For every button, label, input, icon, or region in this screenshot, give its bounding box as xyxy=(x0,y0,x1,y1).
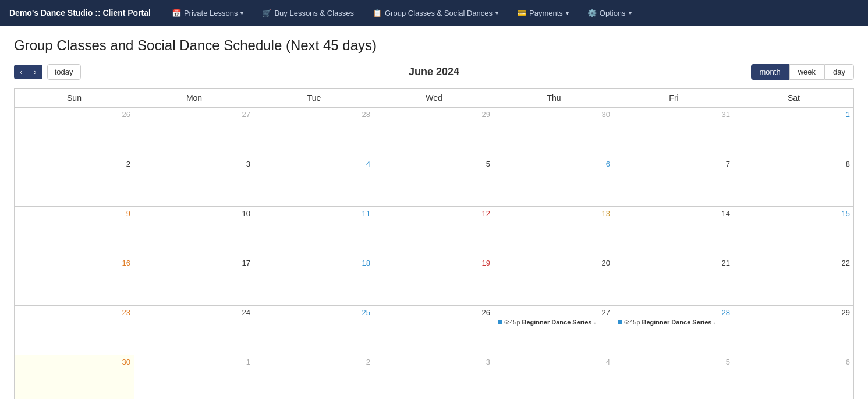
credit-card-icon: 💳 xyxy=(517,9,526,17)
calendar-day-cell[interactable]: 29 xyxy=(734,306,854,355)
day-number: 1 xyxy=(738,110,850,119)
header-wed: Wed xyxy=(374,89,494,108)
nav-private-lessons[interactable]: 📅 Private Lessons ▾ xyxy=(168,6,247,20)
calendar-day-cell[interactable]: 3 xyxy=(374,355,494,400)
calendar-day-cell[interactable]: 276:45pBeginner Dance Series - xyxy=(494,306,614,355)
calendar-day-cell[interactable]: 27 xyxy=(134,108,254,157)
calendar-week-row: 23242526276:45pBeginner Dance Series -28… xyxy=(15,306,854,355)
header-fri: Fri xyxy=(614,89,734,108)
page-content: Group Classes and Social Dance Schedule … xyxy=(0,26,868,399)
calendar-day-cell[interactable]: 9 xyxy=(15,207,134,256)
calendar-day-cell[interactable]: 8 xyxy=(734,157,854,207)
day-number: 8 xyxy=(738,160,850,168)
calendar-day-cell[interactable]: 3 xyxy=(134,157,254,207)
calendar-day-cell[interactable]: 29 xyxy=(374,108,494,157)
calendar-day-cell[interactable]: 14 xyxy=(614,207,734,256)
next-button[interactable]: › xyxy=(28,65,42,79)
day-number: 29 xyxy=(738,308,850,317)
calendar-controls: ‹ › today June 2024 month week day xyxy=(14,64,854,80)
calendar-day-cell[interactable]: 21 xyxy=(614,256,734,306)
header-mon: Mon xyxy=(134,89,254,108)
calendar-icon: 📅 xyxy=(172,9,181,17)
calendar-day-cell[interactable]: 4 xyxy=(254,157,374,207)
event-item[interactable]: 6:45pBeginner Dance Series - xyxy=(618,318,730,326)
nav-options-label: Options xyxy=(600,9,626,17)
day-number: 30 xyxy=(18,358,130,366)
calendar-day-cell[interactable]: 286:45pBeginner Dance Series - xyxy=(614,306,734,355)
nav-group-classes-label: Group Classes & Social Dances xyxy=(385,9,493,17)
day-number: 22 xyxy=(738,259,850,267)
calendar-day-cell[interactable]: 5 xyxy=(614,355,734,400)
today-button[interactable]: today xyxy=(47,64,81,80)
calendar-day-cell[interactable]: 1 xyxy=(134,355,254,400)
event-time: 6:45p xyxy=(504,318,520,326)
day-number: 14 xyxy=(618,209,730,218)
nav-options[interactable]: ⚙️ Options ▾ xyxy=(584,6,635,20)
day-number: 24 xyxy=(138,308,250,317)
calendar-day-cell[interactable]: 23 xyxy=(15,306,134,355)
calendar-day-cell[interactable]: 4 xyxy=(494,355,614,400)
calendar-day-cell[interactable]: 19 xyxy=(374,256,494,306)
calendar-day-cell[interactable]: 22 xyxy=(734,256,854,306)
calendar-day-cell[interactable]: 26 xyxy=(374,306,494,355)
calendar-grid: Sun Mon Tue Wed Thu Fri Sat 262728293031… xyxy=(14,88,854,399)
nav-buy-lessons-label: Buy Lessons & Classes xyxy=(274,9,354,17)
day-number: 26 xyxy=(18,110,130,119)
navbar: Demo's Dance Studio :: Client Portal 📅 P… xyxy=(0,0,868,26)
calendar-day-cell[interactable]: 15 xyxy=(734,207,854,256)
calendar-day-cell[interactable]: 30 xyxy=(494,108,614,157)
nav-btn-group: ‹ › xyxy=(14,65,42,79)
day-number: 6 xyxy=(738,358,850,366)
day-number: 23 xyxy=(18,308,130,317)
week-view-button[interactable]: week xyxy=(789,64,824,80)
event-title: Beginner Dance Series - xyxy=(522,318,596,326)
calendar-day-cell[interactable]: 1 xyxy=(734,108,854,157)
day-number: 18 xyxy=(258,259,370,267)
month-view-button[interactable]: month xyxy=(751,64,789,80)
calendar-day-cell[interactable]: 7 xyxy=(614,157,734,207)
nav-group-classes[interactable]: 📋 Group Classes & Social Dances ▾ xyxy=(369,6,502,20)
day-number: 28 xyxy=(258,110,370,119)
calendar-day-cell[interactable]: 18 xyxy=(254,256,374,306)
day-number: 12 xyxy=(378,209,490,218)
calendar-week-row: 2627282930311 xyxy=(15,108,854,157)
nav-private-lessons-label: Private Lessons xyxy=(184,9,238,17)
chevron-down-icon-4: ▾ xyxy=(629,10,632,16)
calendar-day-cell[interactable]: 28 xyxy=(254,108,374,157)
day-number: 3 xyxy=(378,358,490,366)
chevron-down-icon: ▾ xyxy=(240,10,243,16)
nav-buy-lessons[interactable]: 🛒 Buy Lessons & Classes xyxy=(258,6,357,20)
nav-payments[interactable]: 💳 Payments ▾ xyxy=(513,6,572,20)
calendar-day-cell[interactable]: 2 xyxy=(15,157,134,207)
calendar-day-cell[interactable]: 26 xyxy=(15,108,134,157)
day-number: 30 xyxy=(498,110,610,119)
calendar-day-cell[interactable]: 16 xyxy=(15,256,134,306)
calendar-day-cell[interactable]: 24 xyxy=(134,306,254,355)
clipboard-icon: 📋 xyxy=(373,9,382,17)
calendar-day-cell[interactable]: 11 xyxy=(254,207,374,256)
calendar-day-cell[interactable]: 2 xyxy=(254,355,374,400)
header-tue: Tue xyxy=(254,89,374,108)
prev-button[interactable]: ‹ xyxy=(14,65,28,79)
calendar-day-cell[interactable]: 17 xyxy=(134,256,254,306)
day-view-button[interactable]: day xyxy=(824,64,854,80)
calendar-day-cell[interactable]: 13 xyxy=(494,207,614,256)
event-dot-icon xyxy=(618,320,622,324)
chevron-down-icon-2: ▾ xyxy=(495,10,498,16)
calendar-day-cell[interactable]: 10 xyxy=(134,207,254,256)
calendar-day-cell[interactable]: 30 xyxy=(15,355,134,400)
day-number: 28 xyxy=(618,308,730,317)
header-sun: Sun xyxy=(15,89,134,108)
calendar-day-cell[interactable]: 6 xyxy=(734,355,854,400)
day-number: 3 xyxy=(138,160,250,168)
calendar-day-cell[interactable]: 20 xyxy=(494,256,614,306)
calendar-day-cell[interactable]: 31 xyxy=(614,108,734,157)
calendar-day-cell[interactable]: 25 xyxy=(254,306,374,355)
calendar-day-cell[interactable]: 12 xyxy=(374,207,494,256)
day-number: 5 xyxy=(618,358,730,366)
day-number: 20 xyxy=(498,259,610,267)
calendar-day-cell[interactable]: 5 xyxy=(374,157,494,207)
cart-icon: 🛒 xyxy=(262,9,271,17)
calendar-day-cell[interactable]: 6 xyxy=(494,157,614,207)
event-item[interactable]: 6:45pBeginner Dance Series - xyxy=(498,318,610,326)
